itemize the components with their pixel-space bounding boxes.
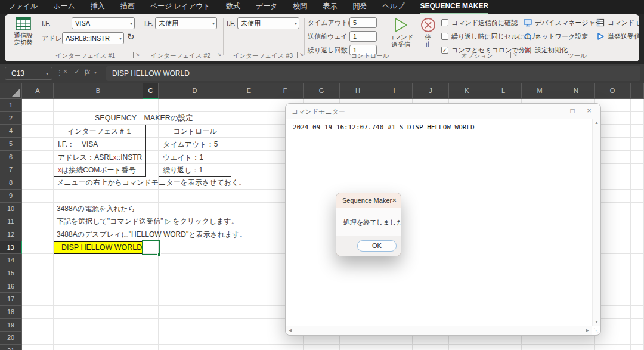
horizontal-scrollbar[interactable]: ◀ ▶ — [286, 326, 592, 335]
cell-b13-highlighted[interactable]: DISP HELLOW WORLD — [54, 241, 143, 255]
checkbox-icon[interactable] — [441, 33, 448, 40]
ribbon-tab[interactable]: ファイル — [8, 0, 38, 14]
name-box[interactable]: C13 ▾ — [5, 67, 52, 80]
row-header-cell[interactable]: 19 — [0, 319, 22, 332]
row-header-cell[interactable]: 5 — [0, 138, 22, 151]
maximize-button[interactable]: □ — [567, 107, 578, 115]
dialog-launcher-icon[interactable]: ↘ — [510, 52, 517, 58]
row-header-cell[interactable]: 15 — [0, 267, 22, 280]
row-header-cell[interactable]: 16 — [0, 280, 22, 293]
close-button[interactable]: × — [584, 107, 595, 115]
dialog-message: 処理を終了しました。 — [343, 218, 401, 227]
command-monitor-button[interactable]: コマンドモニター — [596, 18, 639, 27]
ribbon-tab[interactable]: 開発 — [353, 0, 367, 14]
formula-input[interactable]: DISP HELLOW WORLD — [106, 66, 640, 81]
column-header-cell[interactable] — [631, 83, 644, 99]
monitor-title-bar[interactable]: コマンドモニター – □ × — [286, 104, 600, 119]
control-table-header: コントロール — [159, 125, 231, 138]
close-icon[interactable]: × — [392, 196, 397, 205]
column-header-cell[interactable]: I — [376, 83, 413, 99]
row-header-cell[interactable]: 6 — [0, 151, 22, 164]
dialog-launcher-icon[interactable]: ↘ — [133, 52, 140, 58]
note-text: 3488Aの電源を入れたら — [57, 203, 135, 216]
insert-function-icon[interactable]: fx — [85, 67, 90, 76]
row-header-cell[interactable]: 17 — [0, 293, 22, 306]
column-header-cell[interactable]: C — [143, 83, 159, 99]
timeout-input[interactable]: 5 — [349, 17, 377, 28]
if3-select[interactable]: 未使用▾ — [237, 17, 299, 29]
excel-window: ファイルホーム挿入描画ページ レイアウト数式データ校閲表示開発ヘルプSEQUEN… — [0, 0, 644, 350]
option-confirm-before-send[interactable]: コマンド送信前に確認 — [441, 18, 518, 27]
prewait-input[interactable]: 1 — [349, 31, 377, 42]
column-header-cell[interactable]: G — [304, 83, 340, 99]
vertical-scrollbar[interactable]: ▲ ▼ — [592, 119, 600, 326]
row-header-cell[interactable]: 20 — [0, 332, 22, 345]
row-header-cell[interactable]: 14 — [0, 254, 22, 267]
row-header-cell[interactable]: 1 — [0, 99, 22, 112]
single-send-button[interactable]: 単発送受信 — [596, 32, 639, 41]
column-header-cell[interactable]: L — [485, 83, 522, 99]
network-settings-button[interactable]: ネットワーク設定 — [524, 32, 588, 41]
row-header-cell[interactable]: 4 — [0, 125, 22, 138]
formula-bar-dots: ⋮ — [56, 69, 63, 77]
row-header-cell[interactable]: 13 — [0, 241, 22, 255]
column-header-cell[interactable]: D — [159, 83, 231, 99]
dialog-launcher-icon[interactable]: ↘ — [297, 52, 304, 58]
send-command-button[interactable]: コマンド 送受信 — [384, 17, 417, 48]
ribbon-tab[interactable]: 表示 — [323, 0, 338, 14]
ribbon-tab[interactable]: 挿入 — [91, 0, 105, 14]
column-header-cell[interactable]: H — [340, 83, 376, 99]
column-header-cell[interactable]: N — [558, 83, 595, 99]
column-header-cell[interactable]: O — [595, 83, 631, 99]
dialog-launcher-icon[interactable]: ↘ — [215, 52, 221, 58]
ribbon-tab[interactable]: データ — [256, 0, 278, 14]
row-header-cell[interactable]: 7 — [0, 163, 22, 176]
refresh-icon[interactable]: ↻ — [127, 32, 135, 42]
scroll-down-icon[interactable]: ▼ — [595, 320, 599, 324]
fill-handle[interactable] — [157, 253, 161, 256]
minimize-button[interactable]: – — [550, 107, 561, 115]
enter-formula-icon[interactable]: ✓ — [74, 67, 80, 76]
group-label-control: コントロール — [327, 51, 413, 60]
comm-settings-button[interactable]: 通信設 定切替 — [8, 16, 38, 46]
ribbon-tab[interactable]: ページ レイアウト — [150, 0, 210, 14]
column-header-cell[interactable]: F — [267, 83, 304, 99]
row-header-cell[interactable]: 12 — [0, 228, 22, 241]
ribbon-tab[interactable]: 校閲 — [293, 0, 308, 14]
resize-grip[interactable]: ⋱ — [593, 327, 599, 334]
column-header-cell[interactable]: K — [449, 83, 485, 99]
scroll-up-icon[interactable]: ▲ — [595, 120, 599, 125]
addr1-select[interactable]: ASRL9::INSTR▾ — [62, 32, 124, 44]
row-header-cell[interactable]: 2 — [0, 112, 22, 125]
row-header-cell[interactable]: 21 — [0, 345, 22, 350]
if2-select[interactable]: 未使用▾ — [155, 17, 217, 29]
row-header-cell[interactable]: 10 — [0, 203, 22, 216]
dialog-title-bar[interactable]: Sequence Maker × — [336, 193, 401, 208]
ribbon-tab[interactable]: ヘルプ — [383, 0, 405, 14]
if1-select[interactable]: VISA▾ — [72, 17, 135, 29]
ribbon-tab[interactable]: SEQUENCE MAKER — [420, 0, 488, 14]
column-header-cell[interactable]: J — [413, 83, 449, 99]
select-all-corner[interactable] — [0, 83, 22, 99]
column-header-cell[interactable]: M — [522, 83, 558, 99]
group-label-options: オプション — [441, 51, 513, 60]
ok-button[interactable]: OK — [357, 240, 397, 252]
row-header-cell[interactable]: 8 — [0, 176, 22, 190]
row-header-cell[interactable]: 18 — [0, 306, 22, 319]
ribbon-tab[interactable]: 数式 — [226, 0, 240, 14]
scroll-left-icon[interactable]: ◀ — [289, 328, 292, 333]
device-manager-button[interactable]: デバイスマネージャー — [524, 18, 602, 27]
column-header-cell[interactable]: E — [231, 83, 267, 99]
stop-button[interactable]: 停 止 — [420, 17, 436, 48]
group-divider — [304, 18, 305, 55]
ribbon-tab[interactable]: 描画 — [120, 0, 135, 14]
cancel-formula-icon[interactable]: × — [63, 67, 67, 76]
row-header-cell[interactable]: 9 — [0, 190, 22, 203]
row-header-cell[interactable]: 11 — [0, 215, 22, 228]
active-cell-selection[interactable] — [142, 240, 160, 255]
column-header-cell[interactable]: B — [54, 83, 143, 99]
scroll-right-icon[interactable]: ▶ — [586, 328, 589, 333]
ribbon-tab[interactable]: ホーム — [53, 0, 75, 14]
checkbox-icon[interactable] — [441, 19, 448, 26]
column-header-cell[interactable]: A — [22, 83, 54, 99]
